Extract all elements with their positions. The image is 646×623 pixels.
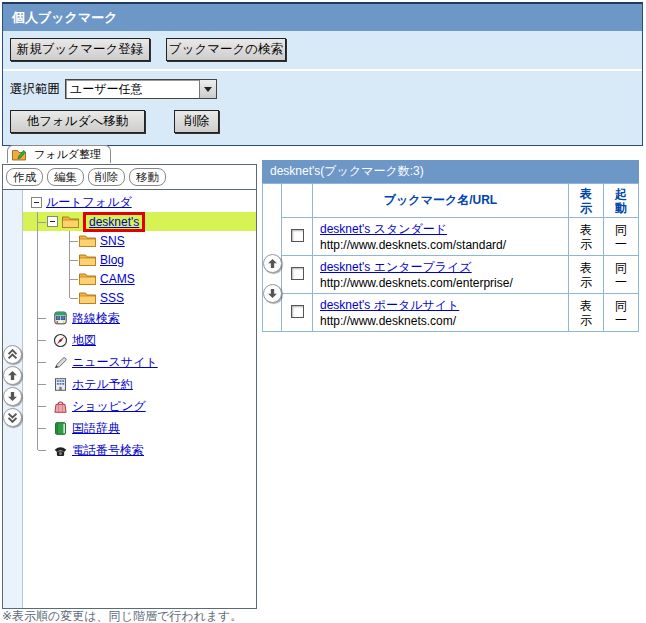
tree-item-route-search[interactable]: 路線検索 (72, 310, 120, 327)
bookmark-url: http://www.desknets.com/enterprise/ (320, 276, 513, 290)
move-to-folder-button[interactable]: 他フォルダへ移動 (10, 110, 145, 133)
folder-edit-button[interactable]: 編集 (47, 168, 84, 186)
tree-item-map[interactable]: 地図 (72, 332, 96, 349)
footer-note: ※表示順の変更は、同じ階層で行われます。 (2, 608, 242, 623)
tree-row-subfolder: SNS (23, 231, 256, 250)
tree-folder-blog[interactable]: Blog (100, 253, 124, 267)
shopping-bag-icon (53, 399, 68, 414)
bookmark-checkbox[interactable] (291, 229, 304, 242)
bookmark-link[interactable]: desknet's エンタープライズ (320, 260, 472, 274)
tree-row-subfolder: SSS (23, 288, 256, 307)
tree-item-phone-number-search[interactable]: 電話番号検索 (72, 442, 144, 459)
tree-folder-sss[interactable]: SSS (100, 291, 124, 305)
move-up-button[interactable] (3, 366, 22, 385)
tree-row-subfolder: CAMS (23, 269, 256, 288)
display-status: 表示 (569, 256, 604, 294)
row-reorder-column (263, 184, 282, 332)
tree-folder-root[interactable]: ルートフォルダ (46, 194, 132, 211)
bookmark-panel: desknet's(ブックマーク数:3) ブックマーク名/URL 表示 起動 (262, 160, 639, 332)
selection-toolbar: 選択範囲 ユーザー任意 他フォルダへ移動 削除 (3, 71, 642, 145)
row-down-button[interactable] (263, 284, 282, 303)
bookmark-table: ブックマーク名/URL 表示 起動 desknet's スタンダード http:… (262, 183, 639, 332)
display-status: 表示 (569, 294, 604, 332)
tree-item-news-site[interactable]: ニュースサイト (72, 354, 158, 371)
book-icon (53, 421, 68, 436)
folder-create-button[interactable]: 作成 (6, 168, 43, 186)
delete-button[interactable]: 削除 (174, 110, 219, 133)
page-title: 個人ブックマーク (3, 4, 642, 31)
column-display: 表示 (569, 184, 604, 218)
collapse-box-icon[interactable] (31, 197, 42, 208)
scope-label: 選択範囲 (10, 81, 60, 98)
folder-tree: ルートフォルダ desknet's SNS (23, 190, 256, 608)
bookmark-url: http://www.desknets.com/standard/ (320, 238, 506, 252)
search-bookmark-button[interactable]: ブックマークの検索 (166, 38, 286, 61)
pen-icon (53, 355, 68, 370)
tree-row-service: 地図 (23, 329, 256, 351)
move-top-button[interactable] (3, 345, 22, 364)
bookmark-url: http://www.desknets.com/ (320, 314, 456, 328)
main-toolbar: 新規ブックマーク登録 ブックマークの検索 (3, 31, 642, 71)
double-down-arrow-icon (7, 412, 18, 423)
move-down-button[interactable] (3, 387, 22, 406)
tree-folder-sns[interactable]: SNS (100, 234, 125, 248)
new-bookmark-button[interactable]: 新規ブックマーク登録 (10, 38, 150, 61)
tree-row-service: 電話番号検索 (23, 439, 256, 461)
bookmark-panel-title: desknet's(ブックマーク数:3) (262, 160, 639, 183)
tree-row-selected: desknet's (23, 212, 256, 231)
folder-panel: フォルダ整理 作成 編集 削除 移動 ルートフォルダ (2, 145, 257, 609)
train-icon (53, 311, 68, 326)
checkbox-column-header (282, 184, 313, 218)
tree-row-root: ルートフォルダ (23, 193, 256, 212)
tab-folder-organize[interactable]: フォルダ整理 (7, 145, 111, 163)
top-section: 個人ブックマーク 新規ブックマーク登録 ブックマークの検索 選択範囲 ユーザー任… (2, 2, 643, 146)
scope-select-value: ユーザー任意 (66, 81, 199, 98)
bookmark-checkbox[interactable] (291, 305, 304, 318)
folder-edit-icon (12, 148, 26, 161)
telephone-icon (53, 443, 68, 458)
up-arrow-icon (7, 370, 18, 381)
tree-row-service: 国語辞典 (23, 417, 256, 439)
selected-folder-marker: desknet's (83, 212, 145, 232)
reorder-strip (3, 190, 23, 608)
tree-row-service: ニュースサイト (23, 351, 256, 373)
bookmark-link[interactable]: desknet's ポータルサイト (320, 298, 459, 312)
folder-move-button[interactable]: 移動 (129, 168, 166, 186)
folder-icon (79, 272, 96, 285)
tree-row-service: 路線検索 (23, 307, 256, 329)
hotel-building-icon (53, 377, 68, 392)
down-arrow-icon (267, 288, 278, 299)
folder-toolbox: 作成 編集 削除 移動 (2, 164, 257, 190)
move-bottom-button[interactable] (3, 408, 22, 427)
up-arrow-icon (267, 258, 278, 269)
down-arrow-icon (7, 391, 18, 402)
compass-icon (53, 333, 68, 348)
scope-select[interactable]: ユーザー任意 (65, 79, 217, 99)
column-name-url: ブックマーク名/URL (313, 184, 569, 218)
tree-item-shopping[interactable]: ショッピング (72, 398, 146, 415)
tree-item-japanese-dictionary[interactable]: 国語辞典 (72, 420, 120, 437)
bookmark-checkbox[interactable] (291, 267, 304, 280)
column-launch: 起動 (604, 184, 639, 218)
chevron-down-icon[interactable] (199, 80, 216, 98)
double-up-arrow-icon (7, 349, 18, 360)
tree-folder-desknets[interactable]: desknet's (89, 215, 139, 229)
tree-folder-cams[interactable]: CAMS (100, 272, 135, 286)
folder-icon (62, 215, 79, 228)
tab-folder-organize-label: フォルダ整理 (34, 147, 101, 162)
folder-delete-button[interactable]: 削除 (88, 168, 125, 186)
row-up-button[interactable] (263, 254, 282, 273)
launch-mode: 同一 (604, 256, 639, 294)
bookmark-row: desknet's エンタープライズ http://www.desknets.c… (263, 256, 639, 294)
launch-mode: 同一 (604, 294, 639, 332)
bookmark-link[interactable]: desknet's スタンダード (320, 222, 447, 236)
tree-row-service: ショッピング (23, 395, 256, 417)
collapse-box-icon[interactable] (47, 216, 58, 227)
display-status: 表示 (569, 218, 604, 256)
tree-item-hotel-booking[interactable]: ホテル予約 (72, 376, 133, 393)
tree-row-subfolder: Blog (23, 250, 256, 269)
launch-mode: 同一 (604, 218, 639, 256)
folder-icon (79, 291, 96, 304)
folder-tree-box: ルートフォルダ desknet's SNS (2, 190, 257, 609)
bookmark-row: desknet's ポータルサイト http://www.desknets.co… (263, 294, 639, 332)
